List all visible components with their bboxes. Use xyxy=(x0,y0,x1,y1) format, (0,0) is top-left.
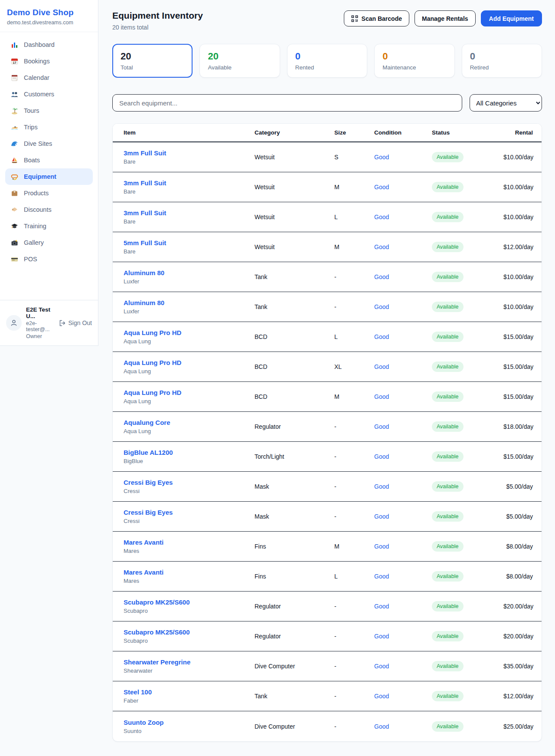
add-equipment-button[interactable]: Add Equipment xyxy=(481,10,542,26)
table-row: Scubapro MK25/S600 Scubapro Regulator - … xyxy=(113,592,542,621)
sidebar-item-bookings[interactable]: 17 Bookings xyxy=(5,53,93,69)
status-badge: Available xyxy=(432,541,464,552)
item-name-link[interactable]: 5mm Full Suit xyxy=(124,239,166,247)
status-badge: Available xyxy=(432,302,464,312)
sidebar-item-gallery[interactable]: Gallery xyxy=(5,234,93,251)
item-condition-link[interactable]: Good xyxy=(374,423,389,430)
sidebar-item-tours[interactable]: Tours xyxy=(5,102,93,119)
item-condition-link[interactable]: Good xyxy=(374,693,389,700)
item-name-link[interactable]: Steel 100 xyxy=(124,688,152,696)
item-size: L xyxy=(334,573,374,580)
palm-island-icon xyxy=(10,107,18,115)
sidebar-item-calendar[interactable]: Calendar xyxy=(5,69,93,86)
item-name-link[interactable]: Cressi Big Eyes xyxy=(124,509,173,516)
item-rental: $18.00/day xyxy=(503,423,542,430)
item-name-link[interactable]: Scubapro MK25/S600 xyxy=(124,628,190,636)
column-header-size: Size xyxy=(334,129,374,136)
item-name-link[interactable]: 3mm Full Suit xyxy=(124,149,166,157)
item-condition-link[interactable]: Good xyxy=(374,243,389,250)
dive-mask-icon xyxy=(10,173,18,181)
category-select[interactable]: All Categories xyxy=(470,94,542,112)
item-name-link[interactable]: 3mm Full Suit xyxy=(124,209,166,217)
item-name-link[interactable]: Mares Avanti xyxy=(124,569,163,576)
item-condition-link[interactable]: Good xyxy=(374,633,389,640)
sidebar-item-dashboard[interactable]: Dashboard xyxy=(5,36,93,53)
item-category: BCD xyxy=(255,333,334,340)
item-condition-link[interactable]: Good xyxy=(374,513,389,520)
item-condition-link[interactable]: Good xyxy=(374,543,389,550)
item-condition-link[interactable]: Good xyxy=(374,603,389,610)
item-name-link[interactable]: 3mm Full Suit xyxy=(124,179,166,187)
sidebar-item-customers[interactable]: Customers xyxy=(5,86,93,102)
item-category: BCD xyxy=(255,363,334,370)
item-name-link[interactable]: Aqua Lung Pro HD xyxy=(124,329,181,336)
sidebar-item-trips[interactable]: Trips xyxy=(5,119,93,135)
stat-card-retired[interactable]: 0 Retired xyxy=(462,44,542,78)
item-category: Mask xyxy=(255,483,334,490)
item-name-link[interactable]: Cressi Big Eyes xyxy=(124,479,173,486)
item-name-link[interactable]: Aqua Lung Pro HD xyxy=(124,359,181,366)
credit-card-icon xyxy=(10,255,18,263)
sidebar-item-pos[interactable]: POS xyxy=(5,251,93,267)
sidebar-item-equipment[interactable]: Equipment xyxy=(5,168,93,185)
status-badge: Available xyxy=(432,601,464,611)
sign-out-button[interactable]: Sign Out xyxy=(59,319,92,327)
item-size: - xyxy=(334,453,374,460)
calendar-date-icon: 17 xyxy=(10,57,18,65)
item-condition-link[interactable]: Good xyxy=(374,303,389,310)
status-badge: Available xyxy=(432,481,464,492)
scan-barcode-button[interactable]: Scan Barcode xyxy=(344,10,409,26)
stat-card-maintenance[interactable]: 0 Maintenance xyxy=(374,44,454,78)
item-condition-link[interactable]: Good xyxy=(374,393,389,400)
item-name-link[interactable]: BigBlue AL1200 xyxy=(124,449,173,456)
item-name-link[interactable]: Mares Avanti xyxy=(124,539,163,546)
item-condition-link[interactable]: Good xyxy=(374,483,389,490)
item-condition-link[interactable]: Good xyxy=(374,663,389,670)
item-condition-link[interactable]: Good xyxy=(374,723,389,730)
item-name-link[interactable]: Aqualung Core xyxy=(124,419,170,426)
item-brand: Cressi xyxy=(124,488,255,494)
item-name-link[interactable]: Aqua Lung Pro HD xyxy=(124,389,181,396)
stat-card-total[interactable]: 20 Total xyxy=(112,44,193,78)
item-name-link[interactable]: Aluminum 80 xyxy=(124,269,164,276)
item-name-link[interactable]: Scubapro MK25/S600 xyxy=(124,598,190,606)
stat-card-rented[interactable]: 0 Rented xyxy=(287,44,367,78)
sidebar-item-discounts[interactable]: Discounts xyxy=(5,201,93,218)
item-condition-link[interactable]: Good xyxy=(374,214,389,220)
status-badge: Available xyxy=(432,571,464,582)
sidebar-item-label: Dashboard xyxy=(24,41,55,48)
item-condition-link[interactable]: Good xyxy=(374,333,389,340)
item-rental: $15.00/day xyxy=(503,393,542,400)
table-row: Steel 100 Faber Tank - Good Available $1… xyxy=(113,681,542,711)
item-condition-link[interactable]: Good xyxy=(374,573,389,580)
item-condition-link[interactable]: Good xyxy=(374,273,389,280)
search-input[interactable] xyxy=(112,94,462,112)
status-badge: Available xyxy=(432,721,464,732)
sidebar-item-label: Discounts xyxy=(24,206,52,213)
item-condition-link[interactable]: Good xyxy=(374,154,389,161)
item-rental: $15.00/day xyxy=(503,333,542,340)
column-header-condition: Condition xyxy=(374,129,432,136)
sidebar-item-dive-sites[interactable]: Dive Sites xyxy=(5,135,93,152)
stat-card-available[interactable]: 20 Available xyxy=(199,44,280,78)
item-brand: BigBlue xyxy=(124,458,255,464)
sidebar-item-boats[interactable]: Boats xyxy=(5,152,93,168)
item-name-link[interactable]: Shearwater Peregrine xyxy=(124,658,190,666)
brand-link[interactable]: Demo Dive Shop xyxy=(7,8,91,17)
item-condition-link[interactable]: Good xyxy=(374,184,389,191)
item-name-link[interactable]: Aluminum 80 xyxy=(124,299,164,306)
item-rental: $35.00/day xyxy=(503,663,542,670)
sidebar-item-products[interactable]: Products xyxy=(5,185,93,201)
item-size: - xyxy=(334,483,374,490)
item-rental: $20.00/day xyxy=(503,633,542,640)
item-size: XL xyxy=(334,363,374,370)
item-size: - xyxy=(334,633,374,640)
manage-rentals-button[interactable]: Manage Rentals xyxy=(415,10,476,26)
sidebar-item-training[interactable]: Training xyxy=(5,218,93,234)
item-name-link[interactable]: Suunto Zoop xyxy=(124,719,163,726)
item-category: Fins xyxy=(255,573,334,580)
item-condition-link[interactable]: Good xyxy=(374,363,389,370)
sidebar-item-label: Calendar xyxy=(24,74,49,81)
item-condition-link[interactable]: Good xyxy=(374,453,389,460)
sidebar-item-label: Trips xyxy=(24,124,38,131)
